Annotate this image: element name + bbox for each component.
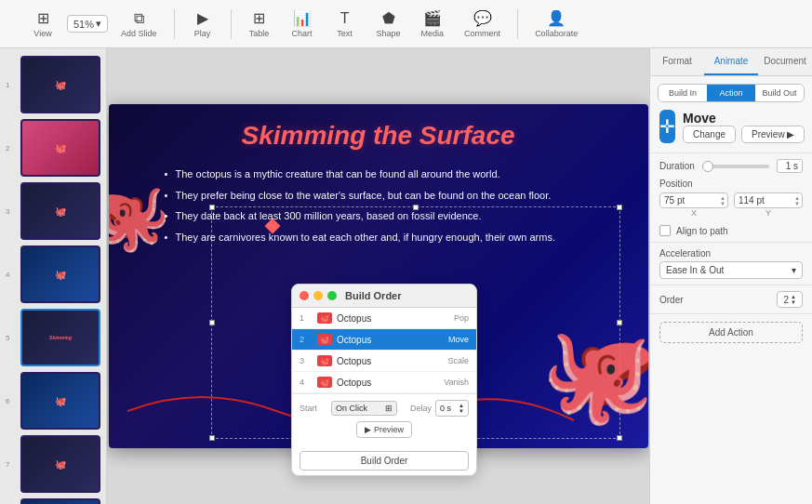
slide-number-1: 1: [6, 81, 9, 89]
popup-titlebar: Build Order: [292, 285, 476, 308]
chart-button[interactable]: 📊 Chart: [284, 7, 321, 40]
duration-value: 1 s: [777, 159, 803, 173]
y-arrows[interactable]: ▲ ▼: [792, 195, 802, 206]
format-tab[interactable]: Format: [650, 48, 704, 75]
x-arrows[interactable]: ▲ ▼: [718, 195, 727, 206]
y-down-arrow[interactable]: ▼: [792, 201, 802, 206]
duration-thumb[interactable]: [702, 161, 713, 172]
collaborate-button[interactable]: 👤 Collaborate: [527, 7, 585, 40]
align-to-path-checkbox[interactable]: [659, 225, 671, 236]
shape-button[interactable]: ⬟ Shape: [369, 7, 408, 40]
y-input[interactable]: 114 pt ▲ ▼: [734, 192, 803, 208]
slide-thumb-wrapper-7: 7🐙: [6, 435, 100, 493]
add-slide-button[interactable]: ⧉ Add Slide: [113, 8, 165, 40]
traffic-light-red[interactable]: [300, 291, 309, 300]
preview-button[interactable]: ▶ Preview: [356, 421, 412, 438]
acceleration-select[interactable]: Ease In & Out ▾: [659, 261, 803, 279]
shape-label: Shape: [377, 29, 401, 38]
separator-3: [517, 9, 518, 39]
x-label: X: [659, 208, 728, 218]
slide-thumbnail-1[interactable]: 🐙: [20, 56, 100, 113]
comment-button[interactable]: 💬 Comment: [457, 7, 508, 40]
action-tab[interactable]: Action: [707, 85, 755, 101]
table-label: Table: [249, 29, 270, 38]
add-action-button[interactable]: Add Action: [659, 322, 803, 343]
align-to-path-label: Align to path: [676, 226, 728, 236]
slide-thumbnail-2[interactable]: 🐙: [20, 119, 100, 177]
y-position-group: 114 pt ▲ ▼ Y: [734, 192, 803, 218]
build-row-name: Octopus: [337, 356, 447, 366]
slide-thumbnail-7[interactable]: 🐙: [20, 435, 100, 493]
change-button[interactable]: Change: [683, 126, 736, 143]
divider-3: [650, 285, 812, 285]
slide-thumbnail-8[interactable]: 🐙: [20, 498, 100, 504]
animate-tab[interactable]: Animate: [704, 48, 758, 75]
action-buttons: Change Preview ▶: [683, 126, 805, 143]
document-tab[interactable]: Document: [758, 48, 812, 75]
traffic-light-green[interactable]: [327, 291, 337, 300]
build-order-popup: Build Order 1 🐙 Octopus Pop 2 🐙 Octopus …: [291, 284, 477, 476]
preview-label: Preview: [374, 425, 404, 434]
build-order-list: 1 🐙 Octopus Pop 2 🐙 Octopus Move 3 🐙 Oct…: [292, 308, 476, 393]
build-thumb-icon: 🐙: [317, 334, 332, 345]
build-thumb-icon: 🐙: [317, 312, 332, 324]
comment-label: Comment: [464, 29, 500, 38]
canvas-area[interactable]: 🐙 Skimming the Surface The octopus is a …: [107, 48, 649, 504]
build-order-bottom-button[interactable]: Build Order: [300, 451, 469, 471]
octopus-right-image: 🐙: [541, 320, 648, 430]
text-button[interactable]: T Text: [326, 8, 364, 40]
build-in-tab[interactable]: Build In: [659, 85, 707, 101]
build-out-tab[interactable]: Build Out: [755, 85, 804, 101]
order-arrows[interactable]: ▲▼: [791, 294, 796, 305]
popup-title: Build Order: [345, 290, 402, 301]
build-order-row-4[interactable]: 4 🐙 Octopus Vanish: [292, 372, 476, 393]
preview-play-icon: ▶: [365, 425, 371, 434]
build-order-row-1[interactable]: 1 🐙 Octopus Pop: [292, 308, 476, 329]
text-icon: T: [340, 10, 350, 27]
build-order-row-3[interactable]: 3 🐙 Octopus Scale: [292, 351, 476, 372]
x-down-arrow[interactable]: ▼: [718, 201, 727, 206]
octopus-left-image: 🐙: [109, 179, 171, 255]
bullet-4: They are carnivores known to eat each ot…: [165, 227, 574, 248]
build-row-name: Octopus: [337, 378, 444, 388]
slide-thumb-wrapper-5: 5Skimming: [6, 309, 100, 366]
handle-tr[interactable]: [617, 205, 622, 210]
slide-thumb-wrapper-3: 3🐙: [6, 182, 100, 240]
preview-action-button[interactable]: Preview ▶: [741, 126, 805, 143]
traffic-light-yellow[interactable]: [313, 291, 323, 300]
build-row-num: 1: [300, 313, 313, 323]
slide-thumb-wrapper-2: 2🐙: [6, 119, 100, 177]
slide-number-5: 5: [6, 334, 9, 342]
order-input[interactable]: 2 ▲▼: [777, 291, 803, 308]
build-order-row-2[interactable]: 2 🐙 Octopus Move: [292, 329, 476, 351]
slide-content: The octopus is a mythic creature that ca…: [109, 151, 648, 258]
build-thumb-icon: 🐙: [317, 377, 332, 388]
delay-input[interactable]: 0 s ▲▼: [435, 400, 469, 417]
preview-btn-label: Preview: [752, 129, 785, 139]
slide-thumbnail-5[interactable]: Skimming: [20, 309, 100, 366]
position-section-label: Position: [650, 177, 812, 191]
table-button[interactable]: ⊞ Table: [241, 7, 278, 40]
comment-icon: 💬: [473, 9, 492, 27]
media-button[interactable]: 🎬 Media: [414, 7, 452, 40]
slide-title: Skimming the Surface: [109, 104, 648, 151]
on-click-value: On Click: [336, 404, 367, 413]
slide-thumbnail-4[interactable]: 🐙: [20, 245, 100, 303]
acceleration-row: Acceleration Ease In & Out ▾: [650, 245, 812, 283]
duration-slider[interactable]: [702, 165, 769, 168]
handle-ml[interactable]: [209, 320, 215, 325]
slide-thumbnail-6[interactable]: 🐙: [20, 372, 100, 430]
play-label: Play: [194, 29, 211, 38]
slide-thumbnail-3[interactable]: 🐙: [20, 182, 100, 240]
build-row-action: Move: [448, 335, 469, 344]
zoom-control[interactable]: 51% ▾: [67, 15, 108, 33]
play-button[interactable]: ▶ Play: [184, 7, 221, 40]
anim-sub-tabs: Build In Action Build Out: [658, 84, 805, 102]
view-button[interactable]: ⊞ View: [24, 7, 61, 40]
x-input[interactable]: 75 pt ▲ ▼: [659, 192, 728, 208]
handle-br[interactable]: [617, 435, 622, 441]
media-icon: 🎬: [423, 9, 442, 27]
collaborate-icon: 👤: [547, 9, 566, 27]
play-icon: ▶: [197, 9, 208, 27]
start-select[interactable]: On Click ⊞: [331, 401, 397, 416]
